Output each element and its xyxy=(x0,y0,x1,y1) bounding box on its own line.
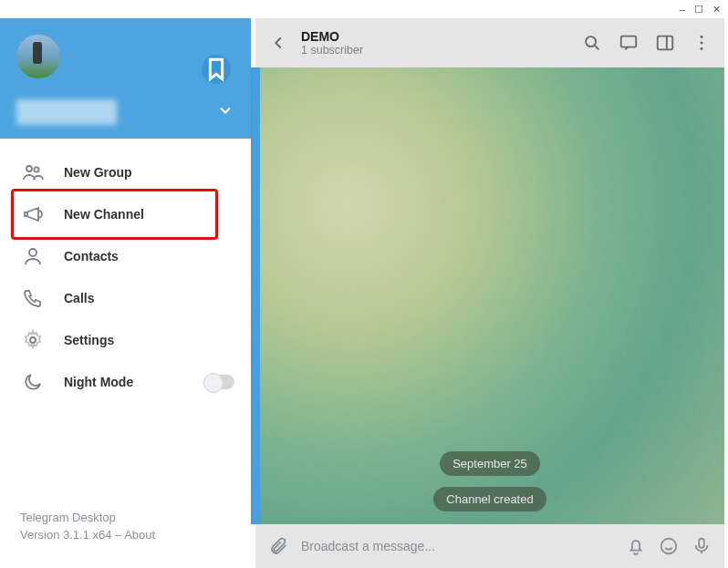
about-link[interactable]: About xyxy=(124,528,155,542)
app-version-line: Version 3.1.1 x64 – About xyxy=(20,527,231,544)
account-name xyxy=(16,99,117,125)
drawer-menu: New Group New Channel Contacts Calls Set… xyxy=(0,139,251,510)
svg-point-11 xyxy=(30,337,36,343)
svg-rect-1 xyxy=(621,36,637,47)
svg-point-4 xyxy=(701,42,703,45)
chat-title: DEMO xyxy=(301,29,569,44)
svg-point-6 xyxy=(661,539,677,554)
chat-panel: DEMO 1 subscriber September 2 xyxy=(255,18,724,568)
app-name: Telegram Desktop xyxy=(20,510,231,527)
menu-new-channel[interactable]: New Channel xyxy=(0,193,251,235)
drawer-header xyxy=(0,18,251,139)
emoji-icon[interactable] xyxy=(659,536,679,556)
chat-title-block[interactable]: DEMO 1 subscriber xyxy=(301,29,569,57)
menu-night-mode[interactable]: Night Mode xyxy=(0,361,251,403)
chat-list-strip xyxy=(251,67,260,524)
menu-settings[interactable]: Settings xyxy=(0,319,251,361)
group-icon xyxy=(22,161,44,183)
back-arrow-icon[interactable] xyxy=(268,33,288,53)
event-chip: Channel created xyxy=(433,487,546,511)
menu-label: Contacts xyxy=(64,249,119,263)
notifications-icon[interactable] xyxy=(626,536,646,556)
menu-label: Settings xyxy=(64,333,114,347)
svg-point-3 xyxy=(701,36,703,38)
menu-label: Calls xyxy=(64,291,94,305)
person-icon xyxy=(22,245,44,267)
chat-subtitle: 1 subscriber xyxy=(301,44,569,57)
svg-point-10 xyxy=(29,249,36,256)
menu-label: New Channel xyxy=(64,207,144,222)
svg-rect-2 xyxy=(658,36,673,50)
window-close-button[interactable]: ✕ xyxy=(712,4,721,15)
date-chip: September 25 xyxy=(440,451,540,476)
svg-point-9 xyxy=(34,167,38,171)
main-menu-drawer: New Group New Channel Contacts Calls Set… xyxy=(0,18,251,568)
comments-icon[interactable] xyxy=(619,33,639,53)
window-maximize-button[interactable]: ☐ xyxy=(694,4,703,15)
menu-label: Night Mode xyxy=(64,375,133,389)
night-mode-toggle[interactable] xyxy=(203,375,234,389)
menu-new-group[interactable]: New Group xyxy=(0,151,251,193)
chevron-down-icon[interactable] xyxy=(216,101,234,123)
avatar[interactable] xyxy=(16,35,60,78)
window-titlebar: – ☐ ✕ xyxy=(0,0,728,18)
moon-icon xyxy=(22,371,44,393)
drawer-footer: Telegram Desktop Version 3.1.1 x64 – Abo… xyxy=(0,510,251,568)
svg-point-5 xyxy=(701,47,703,50)
chat-header: DEMO 1 subscriber xyxy=(255,18,724,67)
compose-input[interactable] xyxy=(301,539,613,553)
svg-point-8 xyxy=(26,166,32,171)
phone-icon xyxy=(22,287,44,309)
search-icon[interactable] xyxy=(582,33,602,53)
menu-label: New Group xyxy=(64,165,132,180)
voice-icon[interactable] xyxy=(692,536,712,556)
menu-contacts[interactable]: Contacts xyxy=(0,235,251,277)
svg-rect-7 xyxy=(699,539,704,548)
megaphone-icon xyxy=(22,203,44,225)
attach-icon[interactable] xyxy=(268,536,288,556)
gear-icon xyxy=(22,329,44,351)
menu-calls[interactable]: Calls xyxy=(0,277,251,319)
chat-body: September 25 Channel created xyxy=(255,67,724,524)
saved-messages-icon[interactable] xyxy=(202,55,231,84)
compose-bar xyxy=(255,524,724,568)
more-icon[interactable] xyxy=(692,33,712,53)
side-panel-icon[interactable] xyxy=(655,33,675,53)
svg-point-0 xyxy=(586,36,596,46)
window-minimize-button[interactable]: – xyxy=(680,4,685,15)
